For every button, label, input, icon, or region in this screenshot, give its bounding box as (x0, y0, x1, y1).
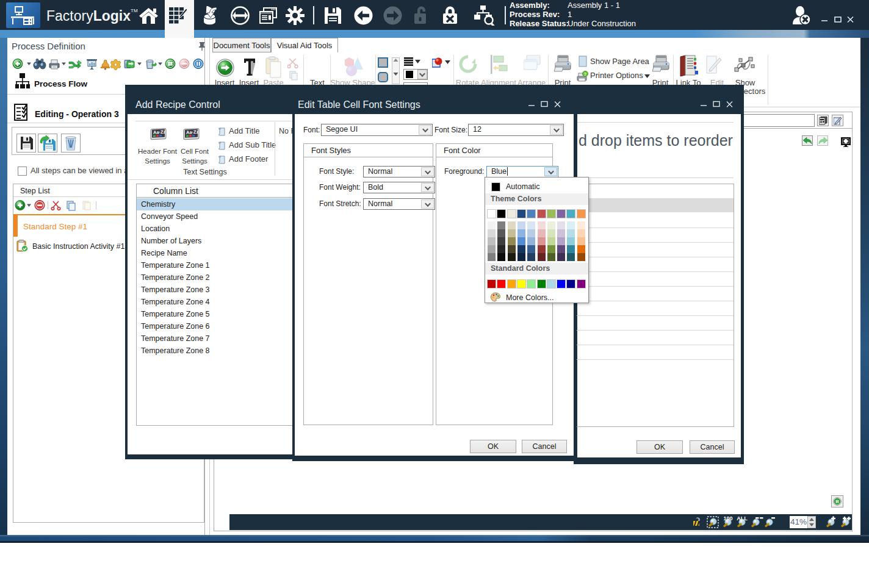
svg-text:Aa·Zz: Aa·Zz (186, 129, 199, 135)
svg-text:100: 100 (723, 516, 732, 522)
svg-text:?: ? (584, 72, 586, 76)
svg-text:Aa·Zz: Aa·Zz (153, 129, 166, 135)
svg-text:ALL: ALL (737, 516, 748, 522)
svg-text:R: R (835, 500, 838, 504)
